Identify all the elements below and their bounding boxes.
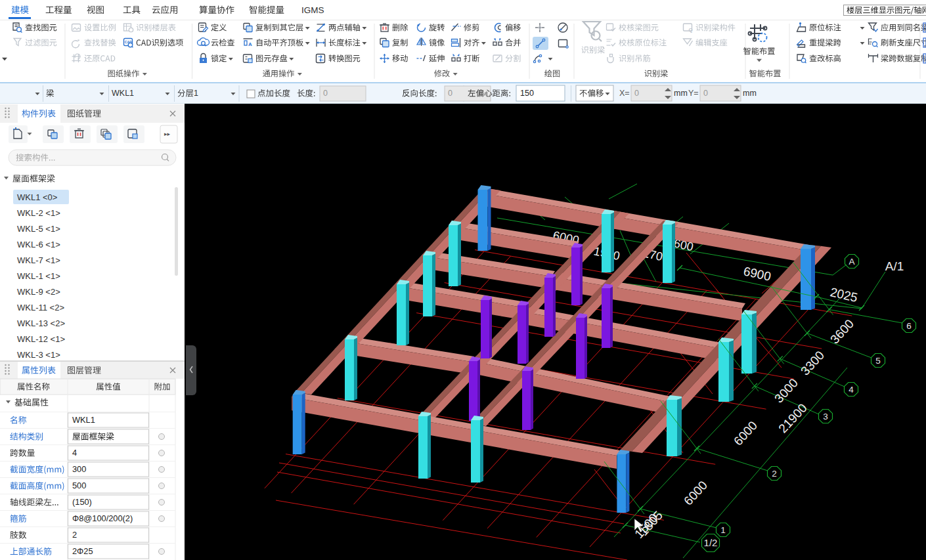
- svg-text:mm: mm: [674, 89, 688, 98]
- svg-text:1: 1: [720, 525, 726, 535]
- svg-text:300: 300: [72, 464, 86, 474]
- svg-text:2: 2: [772, 469, 777, 479]
- svg-text:0: 0: [448, 89, 452, 98]
- svg-text:Q: Q: [689, 27, 693, 33]
- svg-text:4: 4: [849, 385, 854, 395]
- svg-text:A: A: [849, 257, 854, 267]
- svg-text:5: 5: [875, 356, 881, 366]
- svg-text:500: 500: [72, 481, 86, 490]
- svg-text:WKL-3 <1>: WKL-3 <1>: [17, 350, 60, 360]
- svg-text:▸▸: ▸▸: [164, 131, 171, 137]
- svg-text:WKL-2 <1>: WKL-2 <1>: [17, 208, 60, 218]
- svg-text:0: 0: [703, 89, 708, 98]
- svg-text:WKL1 <0>: WKL1 <0>: [17, 192, 57, 202]
- svg-text:0: 0: [323, 89, 328, 98]
- svg-text:150: 150: [520, 89, 534, 98]
- svg-text:WKL-11 <2>: WKL-11 <2>: [17, 303, 64, 312]
- svg-text:3: 3: [823, 412, 828, 421]
- svg-text:mm: mm: [743, 89, 757, 98]
- svg-text:(150): (150): [72, 497, 92, 507]
- svg-text:WKL-5 <1>: WKL-5 <1>: [17, 224, 60, 234]
- svg-text:X=: X=: [619, 89, 630, 98]
- svg-text:WKL-12 <1>: WKL-12 <1>: [17, 334, 65, 344]
- svg-text:Y=: Y=: [688, 89, 699, 98]
- svg-text:A/1: A/1: [885, 259, 904, 273]
- svg-text:WKL1: WKL1: [72, 415, 95, 425]
- svg-text:Φ8@100/200(2): Φ8@100/200(2): [72, 513, 133, 523]
- svg-text:0: 0: [634, 89, 639, 98]
- svg-text:1/2: 1/2: [704, 537, 718, 548]
- svg-text:WKL-1 <1>: WKL-1 <1>: [17, 271, 60, 281]
- svg-text:2Φ25: 2Φ25: [72, 546, 93, 556]
- svg-text:IGMS: IGMS: [301, 5, 324, 15]
- svg-text:2: 2: [72, 530, 77, 540]
- svg-text:4: 4: [72, 448, 77, 458]
- svg-text:A: A: [248, 41, 252, 47]
- svg-text:1: 1: [194, 89, 198, 98]
- svg-text:6: 6: [906, 321, 912, 331]
- svg-text:WKL-9 <2>: WKL-9 <2>: [17, 287, 60, 297]
- svg-text:WKL-13 <2>: WKL-13 <2>: [17, 318, 65, 328]
- svg-text:WKL-6 <1>: WKL-6 <1>: [17, 240, 60, 249]
- svg-text:WKL-7 <1>: WKL-7 <1>: [17, 255, 60, 265]
- svg-text:WKL1: WKL1: [112, 89, 134, 98]
